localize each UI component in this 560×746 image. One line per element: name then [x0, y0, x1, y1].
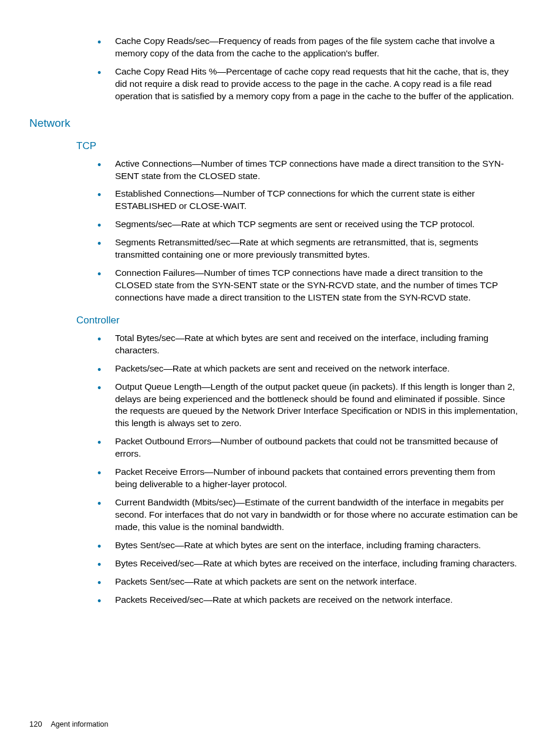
list-item: Bytes Sent/sec—Rate at which bytes are s…	[94, 539, 519, 552]
page-footer: 120 Agent information	[29, 720, 108, 728]
controller-metrics-list: Total Bytes/sec—Rate at which bytes are …	[94, 332, 519, 606]
list-item: Cache Copy Read Hits %—Percentage of cac…	[94, 66, 519, 103]
list-item: Packets Sent/sec—Rate at which packets a…	[94, 576, 519, 588]
list-item: Packets Received/sec—Rate at which packe…	[94, 594, 519, 606]
tcp-metrics-list: Active Connections—Number of times TCP c…	[94, 158, 519, 304]
page-number: 120	[29, 720, 42, 728]
list-item: Established Connections—Number of TCP co…	[94, 188, 519, 212]
cache-metrics-list: Cache Copy Reads/sec—Frequency of reads …	[94, 35, 519, 103]
heading-tcp: TCP	[76, 140, 531, 152]
list-item: Segments Retransmitted/sec—Rate at which…	[94, 237, 519, 261]
list-item: Total Bytes/sec—Rate at which bytes are …	[94, 332, 519, 357]
heading-controller: Controller	[76, 315, 531, 326]
list-item: Packet Receive Errors—Number of inbound …	[94, 466, 519, 491]
list-item: Current Bandwidth (Mbits/sec)—Estimate o…	[94, 497, 519, 534]
list-item: Output Queue Length—Length of the output…	[94, 381, 519, 430]
list-item: Segments/sec—Rate at which TCP segments …	[94, 218, 519, 231]
list-item: Packets/sec—Rate at which packets are se…	[94, 363, 519, 375]
list-item: Active Connections—Number of times TCP c…	[94, 158, 519, 183]
heading-network: Network	[29, 117, 531, 130]
list-item: Connection Failures—Number of times TCP …	[94, 267, 519, 304]
section-title: Agent information	[51, 720, 109, 728]
list-item: Packet Outbound Errors—Number of outboun…	[94, 436, 519, 460]
list-item: Cache Copy Reads/sec—Frequency of reads …	[94, 35, 519, 60]
list-item: Bytes Received/sec—Rate at which bytes a…	[94, 558, 519, 570]
